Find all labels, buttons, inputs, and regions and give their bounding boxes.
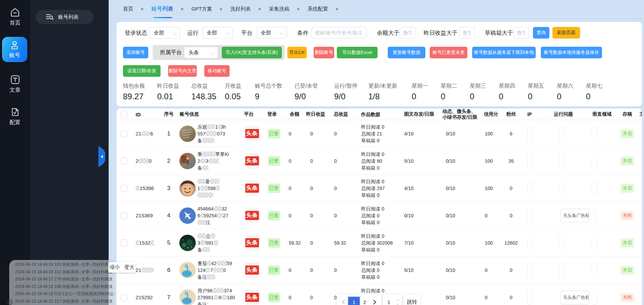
problem-box[interactable]: 无头条广告权	[560, 209, 589, 222]
sidebar-item-account[interactable]: 账号	[2, 37, 27, 62]
vertical-slot[interactable]	[592, 263, 597, 277]
row-checkbox[interactable]	[121, 158, 127, 164]
censored-text	[197, 233, 206, 238]
draft-gt-input[interactable]	[513, 27, 529, 39]
censored-text	[200, 240, 206, 245]
tab-系统配置[interactable]: 系统配置✕	[307, 0, 339, 18]
add-account-button[interactable]: 添加账号	[123, 47, 148, 58]
row-checkbox[interactable]	[121, 239, 127, 246]
clock-icon[interactable]	[7, 299, 13, 305]
platform-label: 平台	[241, 27, 252, 39]
balance-gt-input[interactable]	[400, 27, 415, 39]
update-data-button[interactable]: 更新账号数据	[388, 47, 425, 58]
delete-articles-button[interactable]: 删除号内文章	[168, 65, 197, 77]
delete-account-button[interactable]: 删除账号	[314, 47, 334, 58]
move-account-button[interactable]: 移动账号	[204, 65, 230, 77]
works-lines: 昨日阅读 0总阅读 0草稿箱 0	[361, 260, 384, 280]
table-row: 216番茄425912470备注头条已登000昨日阅读 0总阅读 0草稿箱 05…	[117, 257, 642, 284]
log-line: 2024-04-15 18:44:18 312:存稿系统--文章--洗好列表没	[15, 268, 115, 276]
jump-button[interactable]: 跳转	[404, 294, 420, 305]
store-status-badge[interactable]: 开启	[620, 129, 634, 138]
tab-采集洗稿[interactable]: 采集洗稿✕	[269, 0, 300, 18]
row-checkbox[interactable]	[121, 212, 127, 219]
export-ck-button[interactable]: 导出CK	[287, 47, 307, 58]
sidebar-item-config[interactable]: 配置	[0, 107, 30, 126]
set-limit-button[interactable]: 设置日限/存发	[123, 65, 161, 77]
spinner-arrows-icon[interactable]	[397, 300, 399, 305]
tab-洗好列表[interactable]: 洗好列表✕	[230, 0, 261, 18]
next-page-button[interactable]	[370, 294, 380, 305]
export-excel-button[interactable]: 导出数据Excel	[337, 47, 378, 58]
tab-GPT方案[interactable]: GPT方案✕	[191, 0, 223, 18]
platform-select[interactable]: 全部	[256, 27, 287, 39]
import-ck-button[interactable]: 导入CK(暂支持头条/百家)	[222, 47, 282, 58]
store-status-badge[interactable]: 关闭	[620, 293, 634, 302]
zoom-in-button[interactable]: 变大	[124, 264, 135, 271]
select-all-checkbox[interactable]	[121, 111, 127, 118]
logo-decor	[247, 236, 258, 237]
row-cell-dyn-limit: 0/10	[439, 295, 481, 300]
refresh-button[interactable]: 刷新页面	[552, 27, 580, 39]
tab-close-icon[interactable]: ✕	[140, 7, 144, 12]
ip-slot[interactable]	[527, 154, 532, 168]
query-button[interactable]: 查询	[533, 27, 549, 39]
ip-slot[interactable]	[527, 290, 532, 305]
page-2-button[interactable]: 2	[360, 294, 370, 305]
row-checkbox[interactable]	[121, 130, 127, 137]
logo-decor	[247, 182, 258, 183]
ip-slot[interactable]	[527, 181, 532, 195]
row-checkbox[interactable]	[121, 294, 127, 301]
problem-box[interactable]: 无头条广告权	[560, 291, 589, 304]
problem-slot[interactable]	[559, 154, 564, 168]
tab-close-icon[interactable]: ✕	[258, 7, 261, 12]
prev-page-button[interactable]	[338, 294, 348, 305]
zoom-out-button[interactable]: 缩小	[110, 264, 120, 271]
tab-close-icon[interactable]: ✕	[180, 7, 184, 12]
ip-slot[interactable]	[527, 127, 532, 141]
condition-input[interactable]	[312, 27, 367, 39]
problem-slot[interactable]	[559, 181, 564, 195]
login-status-select[interactable]: 全部	[149, 27, 180, 39]
vertical-slot[interactable]	[592, 236, 597, 250]
problem-slot[interactable]	[559, 263, 564, 277]
vertical-slot[interactable]	[592, 208, 597, 223]
run-select[interactable]: 全部	[202, 27, 233, 39]
page-1-button[interactable]: 1	[348, 297, 360, 305]
tab-close-icon[interactable]: ✕	[335, 7, 339, 12]
tab-close-icon[interactable]: ✕	[297, 7, 300, 12]
ip-slot[interactable]	[527, 208, 532, 223]
vertical-slot[interactable]	[592, 181, 597, 195]
row-cell-vertical	[589, 290, 615, 305]
ip-slot[interactable]	[527, 263, 532, 277]
sidebar-menu-account-list[interactable]: 账号列表	[36, 10, 93, 24]
tab-close-icon[interactable]: ✕	[219, 7, 223, 12]
changed-flag-button[interactable]: 账号已更变未更	[430, 47, 467, 58]
upload-server-button[interactable]: 账号数据本地传服务器保存	[541, 47, 602, 58]
store-status-badge[interactable]: 开启	[620, 184, 634, 193]
sidebar-item-home[interactable]: 首页	[0, 8, 30, 27]
pagination-pages: 1 2	[337, 294, 381, 305]
vertical-slot[interactable]	[592, 290, 597, 305]
download-server-button[interactable]: 账号数据从服务器下载到本地	[472, 47, 536, 58]
problem-slot[interactable]	[559, 236, 564, 250]
problem-slot[interactable]	[559, 127, 564, 141]
vertical-slot[interactable]	[592, 127, 597, 141]
sidebar-item-article[interactable]: 文章	[0, 75, 30, 94]
vertical-slot[interactable]	[592, 154, 597, 168]
tab-首页[interactable]: 首页✕	[123, 0, 144, 18]
row-checkbox[interactable]	[121, 185, 127, 192]
login-status-badge: 已登	[268, 265, 280, 275]
store-status-badge[interactable]: 关闭	[620, 211, 634, 220]
sidebar-collapse-handle[interactable]	[98, 146, 106, 169]
row-cell-yesterday: 0	[303, 213, 329, 218]
tab-label: GPT方案	[191, 6, 212, 12]
tab-账号列表[interactable]: 账号列表✕	[151, 0, 184, 18]
yesterday-gt-input[interactable]	[459, 27, 475, 39]
store-status-badge[interactable]: 开启	[620, 157, 634, 165]
col-header: IP	[521, 112, 538, 117]
page-jump-input[interactable]: 1	[383, 294, 401, 305]
ip-slot[interactable]	[527, 236, 532, 250]
store-status-badge[interactable]: 开启	[620, 266, 634, 275]
platform-group-select[interactable]: 头条	[184, 47, 218, 58]
store-status-badge[interactable]: 开启	[620, 238, 634, 247]
